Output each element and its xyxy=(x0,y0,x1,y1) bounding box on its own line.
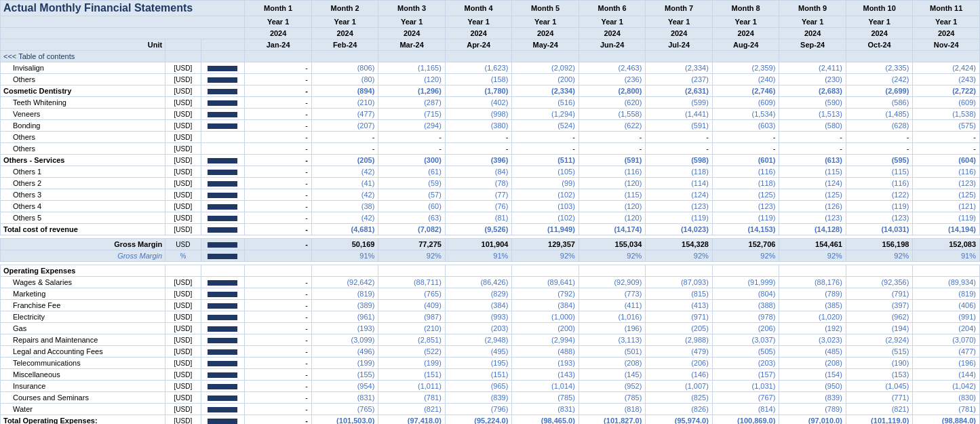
table-row: Others[USD]----------- xyxy=(1,143,980,155)
table-row: Invisalign[USD]-(806)(1,165)(1,623)(2,09… xyxy=(1,62,980,74)
table-row: Telecommunications[USD]-(199)(199)(195)(… xyxy=(1,358,980,369)
row-value: (1,016) xyxy=(579,311,646,323)
row-value: (3,113) xyxy=(579,334,646,346)
row-sparkline xyxy=(201,392,245,404)
row-value: (620) xyxy=(579,97,646,109)
row-value: (511) xyxy=(512,155,579,166)
row-value: (203) xyxy=(445,323,512,334)
row-value: (2,851) xyxy=(378,334,446,346)
row-value: (42) xyxy=(311,166,378,178)
table-row: Others[USD]----------- xyxy=(1,132,980,143)
row-value: (119) xyxy=(846,201,913,212)
row-value: (2,683) xyxy=(779,85,846,97)
row-value: (14,194) xyxy=(913,224,980,235)
row-unit: [USD] xyxy=(165,381,201,392)
row-sparkline xyxy=(201,97,245,109)
row-value: (1,296) xyxy=(378,85,446,97)
row-value: (193) xyxy=(512,358,579,369)
row-value: (4,681) xyxy=(311,224,378,235)
row-value: (116) xyxy=(846,178,913,189)
row-value: - xyxy=(846,143,913,155)
row-sparkline xyxy=(201,381,245,392)
row-value: (603) xyxy=(712,120,779,132)
row-value: 92% xyxy=(846,250,913,262)
row-value: (831) xyxy=(512,404,579,415)
row-value: (825) xyxy=(646,392,713,404)
month6-date: Jun-24 xyxy=(579,39,646,51)
main-container: Actual Monthly Financial Statements Mont… xyxy=(0,0,980,424)
row-value: - xyxy=(512,143,579,155)
row-value: (796) xyxy=(445,404,512,415)
row-value: (80) xyxy=(311,74,378,85)
row-unit: [USD] xyxy=(165,311,201,323)
row-unit: [USD] xyxy=(165,334,201,346)
table-row: Gross Margin%91%92%91%92%92%92%92%92%92%… xyxy=(1,250,980,262)
row-value: 91% xyxy=(913,250,980,262)
row-value: (3,023) xyxy=(779,334,846,346)
row-value: (590) xyxy=(779,97,846,109)
row-label: Cosmetic Dentistry xyxy=(1,85,165,97)
row-value: (609) xyxy=(712,97,779,109)
month10-date: Oct-24 xyxy=(846,39,913,51)
month9-date: Sep-24 xyxy=(779,39,846,51)
row-value: (789) xyxy=(779,288,846,300)
month9-period: 2024 xyxy=(779,28,846,39)
row-value: (14,153) xyxy=(712,224,779,235)
row-sparkline xyxy=(201,62,245,74)
row-value: (384) xyxy=(445,300,512,311)
row-value: (63) xyxy=(378,212,446,224)
row-value: - xyxy=(913,132,980,143)
row-value: (998) xyxy=(445,109,512,120)
row-value: (522) xyxy=(378,346,446,358)
month3-year: Year 1 xyxy=(378,16,446,28)
row-unit xyxy=(165,265,201,277)
row-sparkline xyxy=(201,415,245,425)
header-row-3: 2024 2024 2024 2024 2024 2024 2024 2024 … xyxy=(1,28,980,39)
row-value: (821) xyxy=(846,404,913,415)
row-value: 77,275 xyxy=(378,239,446,250)
row-value: (396) xyxy=(445,155,512,166)
row-unit: [USD] xyxy=(165,201,201,212)
row-label[interactable]: <<< Table of contents xyxy=(1,51,165,62)
row-value: 92% xyxy=(712,250,779,262)
row-value: (92,642) xyxy=(311,277,378,288)
row-unit: [USD] xyxy=(165,224,201,235)
table-row: Others 3[USD]-(42)(57)(77)(102)(115)(124… xyxy=(1,189,980,201)
row-value: - xyxy=(245,212,312,224)
row-value: (294) xyxy=(378,120,446,132)
row-value: - xyxy=(445,143,512,155)
month2-year: Year 1 xyxy=(311,16,378,28)
row-label: Invisalign xyxy=(1,62,165,74)
row-value: (102) xyxy=(512,212,579,224)
row-value: (2,699) xyxy=(846,85,913,97)
row-unit: [USD] xyxy=(165,155,201,166)
row-value: (158) xyxy=(445,74,512,85)
row-sparkline xyxy=(201,265,245,277)
row-value: - xyxy=(245,392,312,404)
row-value: 154,461 xyxy=(779,239,846,250)
row-value: (826) xyxy=(646,404,713,415)
row-value: (155) xyxy=(311,369,378,381)
row-value: (515) xyxy=(846,346,913,358)
row-unit: [USD] xyxy=(165,120,201,132)
row-value: (95,974.0) xyxy=(646,415,713,425)
row-value: 156,198 xyxy=(846,239,913,250)
row-value: (2,924) xyxy=(846,334,913,346)
row-value: (773) xyxy=(579,288,646,300)
row-value: 92% xyxy=(579,250,646,262)
row-value: (495) xyxy=(445,346,512,358)
row-value: - xyxy=(245,415,312,425)
row-value: (952) xyxy=(579,381,646,392)
row-value: (609) xyxy=(913,97,980,109)
row-value xyxy=(311,51,378,62)
row-value: (243) xyxy=(913,74,980,85)
month11-date: Nov-24 xyxy=(913,39,980,51)
row-value: (1,165) xyxy=(378,62,446,74)
row-value: (2,359) xyxy=(712,62,779,74)
row-value: - xyxy=(245,109,312,120)
row-value: (105) xyxy=(512,166,579,178)
row-unit: [USD] xyxy=(165,143,201,155)
row-value: (122) xyxy=(846,189,913,201)
row-value: (118) xyxy=(712,178,779,189)
row-label: Repairs and Maintenance xyxy=(1,334,165,346)
